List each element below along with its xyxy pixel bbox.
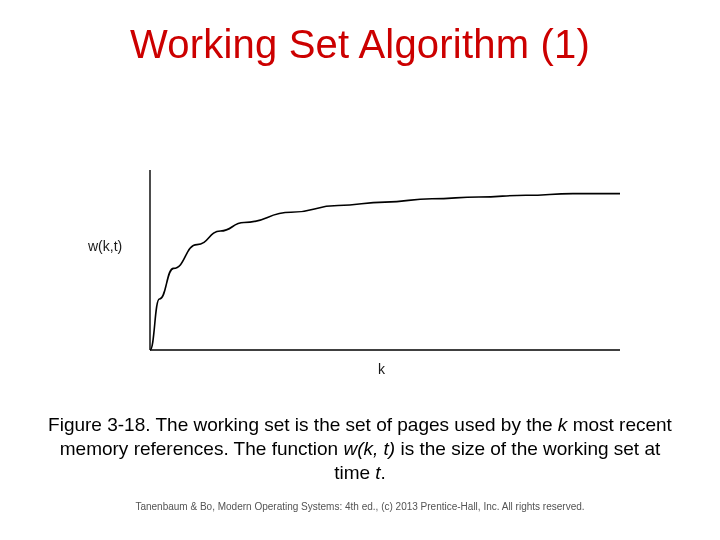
figure-caption: Figure 3-18. The working set is the set … <box>40 413 680 484</box>
curve-line <box>150 194 620 350</box>
slide: Working Set Algorithm (1) w(k,t) k Figur… <box>0 0 720 540</box>
chart <box>90 160 630 370</box>
footer-copyright: Tanenbaum & Bo, Modern Operating Systems… <box>0 501 720 512</box>
caption-k: k <box>558 414 568 435</box>
chart-svg <box>90 160 630 370</box>
caption-func: w(k, t) <box>343 438 395 459</box>
caption-text-post: . <box>381 462 386 483</box>
slide-title: Working Set Algorithm (1) <box>0 22 720 67</box>
caption-text-pre: Figure 3-18. The working set is the set … <box>48 414 558 435</box>
